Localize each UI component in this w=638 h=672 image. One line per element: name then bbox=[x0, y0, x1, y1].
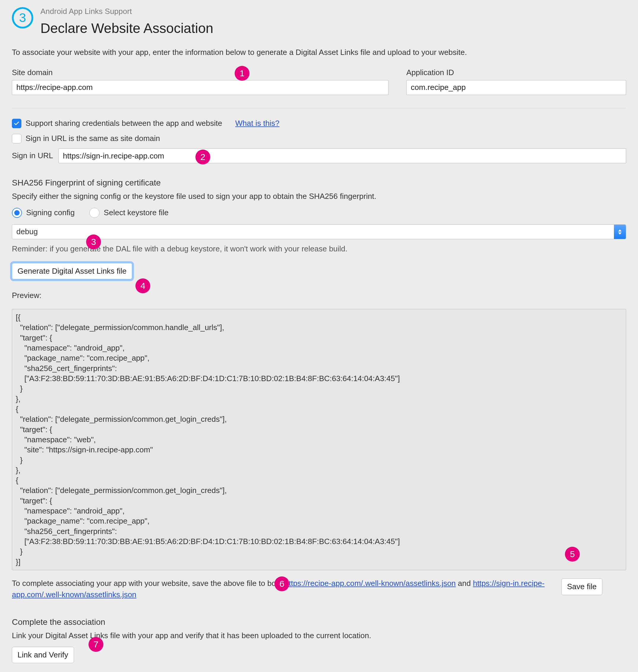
keystore-reminder: Reminder: if you generate the DAL file w… bbox=[12, 243, 626, 255]
same-as-domain-label: Sign in URL is the same as site domain bbox=[26, 133, 160, 144]
sha-section-subtitle: Specify either the signing config or the… bbox=[12, 191, 626, 202]
preview-label: Preview: bbox=[12, 290, 626, 301]
application-id-label: Application ID bbox=[406, 67, 626, 79]
save-instructions-prefix: To complete associating your app with yo… bbox=[12, 579, 285, 588]
header: 3 Android App Links Support Declare Webs… bbox=[12, 6, 626, 38]
application-id-input[interactable] bbox=[406, 80, 626, 95]
support-sharing-checkbox[interactable] bbox=[12, 119, 21, 128]
radio-select-keystore-label: Select keystore file bbox=[104, 207, 168, 219]
save-instructions: To complete associating your app with yo… bbox=[12, 578, 552, 600]
site-domain-label: Site domain bbox=[12, 67, 388, 79]
generate-dal-button[interactable]: Generate Digital Asset Links file bbox=[12, 263, 132, 280]
sign-in-url-input[interactable] bbox=[58, 149, 626, 163]
select-stepper-icon bbox=[614, 225, 626, 239]
eyebrow: Android App Links Support bbox=[40, 6, 213, 17]
what-is-this-link[interactable]: What is this? bbox=[235, 118, 280, 129]
signing-config-select-value: debug bbox=[16, 226, 614, 238]
assetlinks-url-1[interactable]: https://recipe-app.com/.well-known/asset… bbox=[285, 579, 456, 588]
preview-textarea[interactable]: [{ "relation": ["delegate_permission/com… bbox=[12, 309, 626, 570]
site-domain-input[interactable] bbox=[12, 80, 388, 95]
radio-signing-config-label: Signing config bbox=[26, 207, 74, 219]
step-number-icon: 3 bbox=[12, 7, 33, 29]
link-and-verify-button[interactable]: Link and Verify bbox=[12, 647, 74, 664]
signing-config-select[interactable]: debug bbox=[12, 224, 626, 239]
checkmark-icon bbox=[14, 121, 20, 126]
save-file-button[interactable]: Save file bbox=[561, 579, 602, 595]
sha-section-title: SHA256 Fingerprint of signing certificat… bbox=[12, 177, 626, 189]
page-title: Declare Website Association bbox=[40, 18, 213, 38]
support-sharing-label: Support sharing credentials between the … bbox=[26, 118, 222, 129]
complete-text: Link your Digital Asset Links file with … bbox=[12, 630, 626, 641]
radio-select-keystore[interactable]: Select keystore file bbox=[89, 207, 168, 219]
sign-in-url-label: Sign in URL bbox=[12, 150, 53, 161]
same-as-domain-checkbox[interactable] bbox=[12, 134, 21, 143]
divider bbox=[12, 108, 626, 108]
save-instructions-mid: and bbox=[456, 579, 473, 588]
intro-text: To associate your website with your app,… bbox=[12, 47, 626, 58]
complete-title: Complete the association bbox=[12, 616, 626, 628]
radio-signing-config[interactable]: Signing config bbox=[12, 207, 74, 219]
